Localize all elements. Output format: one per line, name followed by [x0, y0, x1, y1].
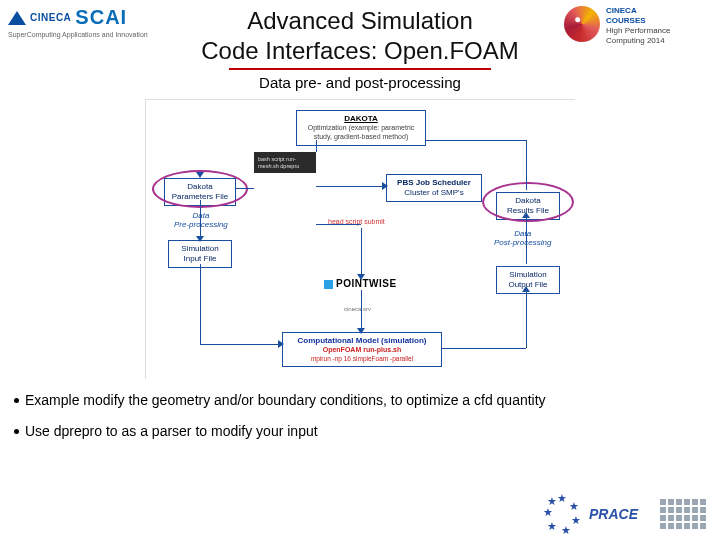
box-model-line2: OpenFOAM run-plus.sh: [289, 346, 435, 355]
connector: [526, 216, 527, 264]
box-sim-output-title: Simulation: [503, 270, 553, 280]
box-model: Computational Model (simulation) OpenFOA…: [282, 332, 442, 367]
connector: [361, 228, 362, 276]
title-line1: Advanced Simulation: [247, 7, 472, 34]
connector: [200, 200, 201, 238]
box-sim-input-title: Simulation: [175, 244, 225, 254]
title-underline: [229, 68, 491, 70]
cineca-wordmark: CINECA: [30, 12, 71, 23]
connector: [526, 140, 527, 190]
prace-stars-icon: ★ ★ ★ ★ ★ ★ ★: [543, 494, 583, 534]
bullet-dot-icon: [14, 398, 19, 403]
bullet-2-text: Use dprepro to as a parser to modify you…: [25, 422, 318, 441]
connector: [426, 140, 526, 141]
connector: [316, 140, 317, 152]
cineca-footer-logo: [660, 499, 706, 529]
logo-scai: CINECA SCAI SuperComputing Applications …: [8, 6, 168, 38]
box-model-line3: mpirun -np 16 simpleFoam -parallel: [289, 355, 435, 363]
pointwise-text: POINTWISE: [336, 278, 397, 289]
arrowhead-icon: [278, 340, 284, 348]
box-model-title: Computational Model (simulation): [289, 336, 435, 346]
logo-courses: CINECA COURSES High Performance Computin…: [564, 6, 712, 46]
arrowhead-icon: [522, 212, 530, 218]
scai-wordmark: SCAI: [75, 6, 127, 29]
cineca-triangle-icon: [8, 11, 26, 25]
box-pbs: PBS Job Scheduler Cluster of SMP's: [386, 174, 482, 202]
box-results-title: Dakota: [503, 196, 553, 206]
courses-swirl-icon: [564, 6, 600, 42]
connector: [526, 290, 527, 348]
bullet-dot-icon: [14, 429, 19, 434]
workflow-diagram: DAKOTA Optimization (example: parametric…: [145, 99, 575, 379]
slide-header: CINECA SCAI SuperComputing Applications …: [0, 0, 720, 68]
script-snippet: bash script run-mesh.sh dprepro: [254, 152, 316, 173]
arrowhead-icon: [382, 182, 388, 190]
courses-line2: COURSES: [606, 16, 670, 26]
body-content: Example modify the geometry and/or bound…: [0, 391, 720, 441]
connector: [361, 290, 362, 330]
arrowhead-icon: [357, 328, 365, 334]
pointwise-accent-icon: [324, 280, 333, 289]
scai-tagline: SuperComputing Applications and Innovati…: [8, 31, 168, 38]
prace-logo: ★ ★ ★ ★ ★ ★ ★ PRACE: [543, 494, 638, 534]
box-sim-input-sub: Input File: [175, 254, 225, 264]
slide-footer: ★ ★ ★ ★ ★ ★ ★ PRACE: [543, 494, 706, 534]
connector: [200, 264, 201, 344]
arrowhead-icon: [196, 172, 204, 178]
arrowhead-icon: [522, 286, 530, 292]
connector: [316, 224, 361, 225]
box-pbs-title: PBS Job Scheduler: [393, 178, 475, 188]
bullet-1-text: Example modify the geometry and/or bound…: [25, 391, 546, 410]
courses-line3: High Performance: [606, 26, 670, 36]
arrowhead-icon: [357, 274, 365, 280]
box-dakota-title: DAKOTA: [303, 114, 419, 124]
prace-wordmark: PRACE: [589, 506, 638, 522]
box-dakota-sub: Optimization (example: parametric study,…: [303, 124, 419, 142]
connector: [200, 344, 282, 345]
label-postprocessing: Data Post-processing: [494, 230, 551, 248]
connector: [442, 348, 526, 349]
bullet-item: Use dprepro to as a parser to modify you…: [14, 422, 706, 441]
box-pbs-sub: Cluster of SMP's: [393, 188, 475, 198]
label-cineca-srv: cineca.srv: [344, 306, 371, 312]
connector: [316, 186, 386, 187]
connector: [236, 188, 254, 189]
slide-subtitle: Data pre- and post-processing: [0, 74, 720, 91]
title-line2: Code Interfaces: Open.FOAM: [201, 36, 518, 66]
arrowhead-icon: [196, 236, 204, 242]
courses-line4: Computing 2014: [606, 36, 670, 46]
courses-line1: CINECA: [606, 6, 670, 16]
box-params-title: Dakota: [171, 182, 229, 192]
bullet-item: Example modify the geometry and/or bound…: [14, 391, 706, 410]
